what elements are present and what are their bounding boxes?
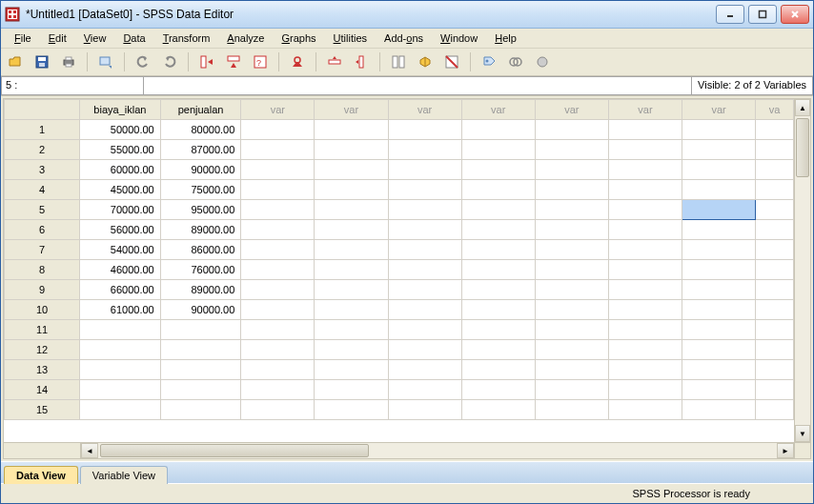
empty-cell[interactable] bbox=[315, 240, 388, 260]
empty-cell[interactable] bbox=[756, 140, 794, 160]
empty-cell[interactable] bbox=[535, 200, 608, 220]
empty-cell[interactable] bbox=[608, 260, 682, 280]
empty-cell[interactable] bbox=[388, 380, 461, 400]
redo-icon[interactable] bbox=[159, 51, 180, 72]
scroll-track[interactable] bbox=[98, 443, 777, 458]
data-cell[interactable]: 87000.00 bbox=[160, 140, 241, 160]
data-cell[interactable]: 89000.00 bbox=[160, 280, 241, 300]
empty-cell[interactable] bbox=[241, 260, 315, 280]
empty-cell[interactable] bbox=[388, 400, 461, 420]
data-cell[interactable]: 54000.00 bbox=[80, 240, 161, 260]
empty-cell[interactable] bbox=[315, 120, 388, 140]
scroll-track[interactable] bbox=[795, 116, 810, 425]
data-cell[interactable] bbox=[80, 340, 161, 360]
empty-cell[interactable] bbox=[756, 240, 794, 260]
data-cell[interactable]: 45000.00 bbox=[80, 180, 161, 200]
row-header[interactable]: 12 bbox=[5, 340, 80, 360]
empty-cell[interactable] bbox=[756, 360, 794, 380]
empty-cell[interactable] bbox=[608, 140, 682, 160]
row-header[interactable]: 10 bbox=[5, 300, 80, 320]
select-cases-icon[interactable] bbox=[441, 51, 462, 72]
row-header[interactable]: 7 bbox=[5, 240, 80, 260]
empty-cell[interactable] bbox=[315, 320, 388, 340]
empty-cell[interactable] bbox=[756, 120, 794, 140]
empty-cell[interactable] bbox=[608, 180, 682, 200]
empty-cell[interactable] bbox=[241, 360, 315, 380]
empty-cell[interactable] bbox=[608, 320, 682, 340]
data-cell[interactable]: 95000.00 bbox=[160, 200, 241, 220]
goto-variable-icon[interactable] bbox=[223, 51, 244, 72]
find-icon[interactable] bbox=[287, 51, 308, 72]
empty-cell[interactable] bbox=[461, 300, 535, 320]
empty-cell[interactable] bbox=[315, 400, 388, 420]
empty-cell[interactable] bbox=[608, 340, 682, 360]
empty-cell[interactable] bbox=[608, 360, 682, 380]
empty-cell[interactable] bbox=[756, 380, 794, 400]
empty-cell[interactable] bbox=[535, 240, 608, 260]
data-cell[interactable]: 76000.00 bbox=[160, 260, 241, 280]
empty-cell[interactable] bbox=[682, 160, 756, 180]
row-header[interactable]: 2 bbox=[5, 140, 80, 160]
empty-cell[interactable] bbox=[756, 280, 794, 300]
col-header-empty[interactable]: var bbox=[388, 100, 461, 120]
print-icon[interactable] bbox=[58, 51, 79, 72]
data-cell[interactable]: 80000.00 bbox=[160, 120, 241, 140]
empty-cell[interactable] bbox=[461, 340, 535, 360]
empty-cell[interactable] bbox=[241, 340, 315, 360]
empty-cell[interactable] bbox=[682, 260, 756, 280]
empty-cell[interactable] bbox=[535, 320, 608, 340]
col-header-empty[interactable]: va bbox=[756, 100, 794, 120]
empty-cell[interactable] bbox=[315, 380, 388, 400]
data-cell[interactable]: 75000.00 bbox=[160, 180, 241, 200]
empty-cell[interactable] bbox=[682, 140, 756, 160]
data-cell[interactable]: 70000.00 bbox=[80, 200, 161, 220]
cell-edit-box[interactable] bbox=[144, 76, 692, 95]
empty-cell[interactable] bbox=[461, 120, 535, 140]
vertical-scrollbar[interactable]: ▲ ▼ bbox=[794, 99, 810, 442]
empty-cell[interactable] bbox=[388, 120, 461, 140]
empty-cell[interactable] bbox=[241, 240, 315, 260]
empty-cell[interactable] bbox=[608, 400, 682, 420]
menu-graphs[interactable]: Graphs bbox=[274, 30, 323, 46]
col-header-biaya-iklan[interactable]: biaya_iklan bbox=[80, 100, 161, 120]
menu-view[interactable]: View bbox=[76, 30, 114, 46]
empty-cell[interactable] bbox=[608, 280, 682, 300]
col-header-penjualan[interactable]: penjualan bbox=[160, 100, 241, 120]
empty-cell[interactable] bbox=[535, 400, 608, 420]
empty-cell[interactable] bbox=[315, 200, 388, 220]
data-cell[interactable]: 56000.00 bbox=[80, 220, 161, 240]
empty-cell[interactable] bbox=[241, 160, 315, 180]
empty-cell[interactable] bbox=[535, 140, 608, 160]
empty-cell[interactable] bbox=[682, 280, 756, 300]
row-header[interactable]: 11 bbox=[5, 320, 80, 340]
col-header-empty[interactable]: var bbox=[608, 100, 682, 120]
data-cell[interactable]: 86000.00 bbox=[160, 240, 241, 260]
empty-cell[interactable] bbox=[388, 340, 461, 360]
maximize-button[interactable] bbox=[748, 5, 777, 24]
show-all-icon[interactable] bbox=[532, 51, 553, 72]
data-cell[interactable] bbox=[160, 380, 241, 400]
tab-variable-view[interactable]: Variable View bbox=[80, 466, 168, 484]
menu-file[interactable]: File bbox=[7, 30, 39, 46]
data-cell[interactable] bbox=[80, 380, 161, 400]
empty-cell[interactable] bbox=[608, 240, 682, 260]
empty-cell[interactable] bbox=[756, 200, 794, 220]
row-header[interactable]: 13 bbox=[5, 360, 80, 380]
col-header-empty[interactable]: var bbox=[241, 100, 315, 120]
empty-cell[interactable] bbox=[315, 280, 388, 300]
data-cell[interactable] bbox=[160, 340, 241, 360]
empty-cell[interactable] bbox=[388, 280, 461, 300]
empty-cell[interactable] bbox=[682, 240, 756, 260]
data-cell[interactable]: 89000.00 bbox=[160, 220, 241, 240]
empty-cell[interactable] bbox=[315, 260, 388, 280]
empty-cell[interactable] bbox=[608, 380, 682, 400]
empty-cell[interactable] bbox=[241, 380, 315, 400]
row-header[interactable]: 3 bbox=[5, 160, 80, 180]
empty-cell[interactable] bbox=[682, 320, 756, 340]
data-cell[interactable] bbox=[160, 360, 241, 380]
empty-cell[interactable] bbox=[535, 180, 608, 200]
empty-cell[interactable] bbox=[682, 380, 756, 400]
empty-cell[interactable] bbox=[315, 220, 388, 240]
row-header[interactable]: 15 bbox=[5, 400, 80, 420]
empty-cell[interactable] bbox=[461, 360, 535, 380]
